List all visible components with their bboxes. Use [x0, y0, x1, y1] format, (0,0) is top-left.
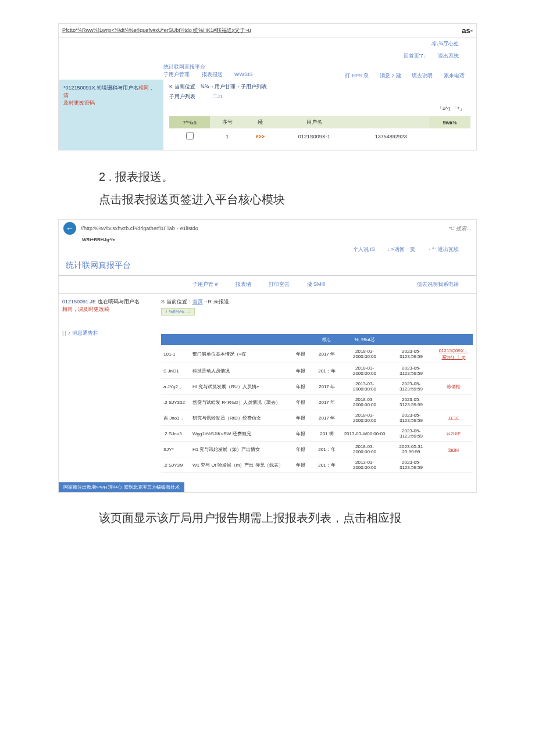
cell-c5: 2018-03-2000:00:00	[341, 395, 388, 410]
menu2-subuser[interactable]: 子用户管 #	[192, 281, 218, 288]
cell-c3: 年报	[289, 363, 312, 379]
row-checkbox[interactable]	[186, 132, 194, 139]
section-desc: 点击报表报送页签进入平台核心模块	[99, 192, 477, 207]
cell-c2[interactable]: 然突与试蛤发 R<R¾D）人员情况（環去）	[190, 395, 289, 410]
table-row: S JnO1科技舌动人员情况年报201：年2018-03-2000:00:002…	[161, 363, 473, 379]
table-row: a JYg2 」HI 究与试览发展（RU）人员情»年报2017 年2013-03…	[161, 379, 473, 395]
cell-c2[interactable]: HI 究与试览发展（RU）人员情»	[190, 379, 289, 395]
personal-center-link[interactable]: J叭¾厅心处	[431, 41, 459, 46]
th-last: 9wк⅛	[429, 116, 470, 128]
filter-row[interactable]: 「≡^1 「*」	[169, 102, 470, 116]
section-heading: 2 . 报表报送。	[99, 169, 477, 185]
th2-1	[161, 334, 190, 345]
footer-text: 国家療注出数增ΨΨH 理中心 监制北克零三方幅镒息技术	[59, 482, 184, 492]
cell-c7[interactable]: ¼2UIE	[434, 426, 473, 442]
cell-c5: 2018-03-2000:00:00	[341, 410, 388, 426]
cell-c1: .2 SJY302	[161, 395, 190, 410]
th2-4: 模し	[312, 334, 341, 345]
cell-c3: 年报	[289, 395, 312, 410]
menu2-sm[interactable]: 淒 SMIll	[307, 281, 326, 288]
th-empty	[352, 116, 429, 128]
cell-c1: 吉 Jno3 」	[161, 410, 190, 426]
breadcrumb-1: K 当葡位置：¾¾→用户甘理→子用户列表	[169, 82, 470, 92]
table-row: .2 SJno3Wgg1it½SJIK<RW 经费慨兄年报201 褥2013-0…	[161, 426, 473, 442]
message-bar[interactable]: | | ♪ 消息通告栏	[62, 325, 154, 342]
top-links-2: 个人说 IS ↓ >话回一页 ・" ' 退出瓦埃	[59, 242, 476, 257]
main-menus: 子用户管理 报表报送 WWSIS	[163, 71, 263, 78]
row-index: 1	[210, 128, 244, 144]
cell-c6: 2023-05-3123:59:59	[388, 345, 434, 363]
cell-c7	[434, 457, 473, 473]
topright-links-2: 回首页'7」 退出系统	[59, 50, 476, 62]
cell-c6: 2023-05-3123:59:59	[388, 457, 434, 473]
th-select: 7^¹/₈a	[169, 116, 210, 128]
side-red2: 及时更改密码	[63, 99, 159, 107]
filter-chip[interactable]: ↑ %8%%…↓	[161, 308, 195, 316]
cell-c2[interactable]: W1 究与 Ut 验发展（m）产出 仰兄（线表）	[190, 457, 289, 473]
main-area-1: K 当葡位置：¾¾→用户甘理→子用户列表 子用户列表 二J1 「≡^1 「*」 …	[163, 80, 476, 150]
table-row: 吉 Jno3 」研究与讯蛉发员（RtD）经费信女年报2017 年2018-03-…	[161, 410, 473, 426]
cell-c4: 2017 年	[312, 379, 341, 395]
th2-7	[434, 334, 473, 345]
table-row: .2 SJY3MW1 究与 Ut 验发展（m）产出 仰兄（线表）年报201：年2…	[161, 457, 473, 473]
url-text-2: //http:%%v/tv.sxhvzb.cf¹/drlgatherfi1ГTa…	[81, 225, 448, 232]
subuser-table: 7^¹/₈a 序号 殛 用户名 9wк⅛ 1 e>> 0121S009X-1 1…	[169, 116, 470, 144]
cell-c3: 年报	[289, 345, 312, 363]
nav-row: 统计联网直报平台 子用户管理 报表报送 WWSIS 打 EPS 泉 消息 2 建…	[59, 62, 476, 80]
menu-messages[interactable]: 消息 2 建	[380, 73, 401, 78]
menu-eps[interactable]: 打 EPS 泉	[345, 73, 369, 78]
home-link[interactable]: 回首页'7」	[404, 53, 429, 59]
back-icon[interactable]: ←	[63, 222, 76, 235]
cell-c7[interactable]: 01215Q09X：索%f1 ｜ gt	[434, 345, 473, 363]
cell-c6: 2023-05-3123:59:59	[388, 395, 434, 410]
side2-lead: 012150091.JE	[62, 299, 96, 304]
topright-links: J叭¾厅心处	[59, 38, 476, 50]
cell-c4: 201 褥	[312, 426, 341, 442]
cell-c5: 2018-03-2000:00:00	[341, 442, 388, 457]
menu-wwsis[interactable]: WWSIS	[234, 71, 253, 77]
exit-link[interactable]: 退出系统	[438, 53, 459, 59]
cell-c2[interactable]: 部门膦单位基本情况（«挥	[190, 345, 289, 363]
cell-c5: 2013-03-2000:00:00	[341, 379, 388, 395]
cell-c3: 年报	[289, 379, 312, 395]
home-crumb[interactable]: 首页	[192, 299, 203, 304]
cell-c2[interactable]: 科技舌动人员情况	[190, 363, 289, 379]
browser-top: ← //http:%%v/tv.sxhvzb.cf¹/drlgatherfi1Г…	[59, 220, 476, 237]
cell-c6: 2023-05-3123:59:59	[388, 363, 434, 379]
th2-2	[190, 334, 289, 345]
menu-subuser[interactable]: 子用户管理	[163, 71, 190, 77]
cell-c4: 2017 年	[312, 410, 341, 426]
side2-red: 相同，调及时更改稿	[62, 306, 154, 313]
th2-6	[388, 334, 434, 345]
cell-c7[interactable]: ¾mg	[434, 442, 473, 457]
sub-toolbar: WRi+RRHJg*fe	[59, 237, 476, 242]
personal-link[interactable]: 个人说 IS	[353, 246, 375, 252]
cell-c4: 201：年	[312, 363, 341, 379]
menu-phone[interactable]: 累来电话	[444, 73, 465, 78]
cell-c5: 2013-03-2000:00:00	[341, 457, 388, 473]
menu2-print[interactable]: 打印空去	[269, 281, 290, 288]
menu-instructions[interactable]: 填去说明	[412, 73, 433, 78]
th-name-col: 殛	[244, 116, 276, 128]
cell-c2[interactable]: Wgg1it½SJIK<RW 经费慨兄	[190, 426, 289, 442]
menu2-report[interactable]: 报表堵	[236, 281, 251, 288]
menu-report-send[interactable]: 报表报送	[202, 71, 223, 77]
row-name[interactable]: e>>	[244, 128, 276, 144]
cell-c1: .2 SJY3M	[161, 457, 190, 473]
as-label: as-	[462, 26, 473, 35]
cell-c5: 2018-03-2000:00:00	[341, 345, 388, 363]
search-placeholder[interactable]: *C 搜索…	[448, 225, 472, 232]
cell-c6: 2023-05-31 23:59:59	[388, 442, 434, 457]
cell-c7[interactable]: 冻僊松	[434, 379, 473, 395]
cell-c4: 201：年	[312, 457, 341, 473]
exit-link-2[interactable]: ・" ' 退出瓦埃	[427, 246, 459, 252]
table-row: SJY*H1 究与讯始发展（如）产出情女年报201：年2018-03-2000:…	[161, 442, 473, 457]
menus-2: 子用户管 # 报表堵 打印空去 淒 SMIll 值去说明我系电话	[59, 277, 476, 292]
cell-c2[interactable]: 研究与讯蛉发员（RtD）经费信女	[190, 410, 289, 426]
cell-c7[interactable]: ££1£	[434, 410, 473, 426]
sidebar-2: 012150091.JE 也在嘀码与用户名 相同，调及时更改稿 | | ♪ 消息…	[59, 295, 158, 479]
cell-c2[interactable]: H1 究与讯始发展（如）产出情女	[190, 442, 289, 457]
back-page-link[interactable]: ↓ >话回一页	[387, 246, 415, 252]
cell-c6: 2023-05-3123:59:59	[388, 410, 434, 426]
menu2-contact[interactable]: 值去说明我系电话	[417, 281, 459, 288]
